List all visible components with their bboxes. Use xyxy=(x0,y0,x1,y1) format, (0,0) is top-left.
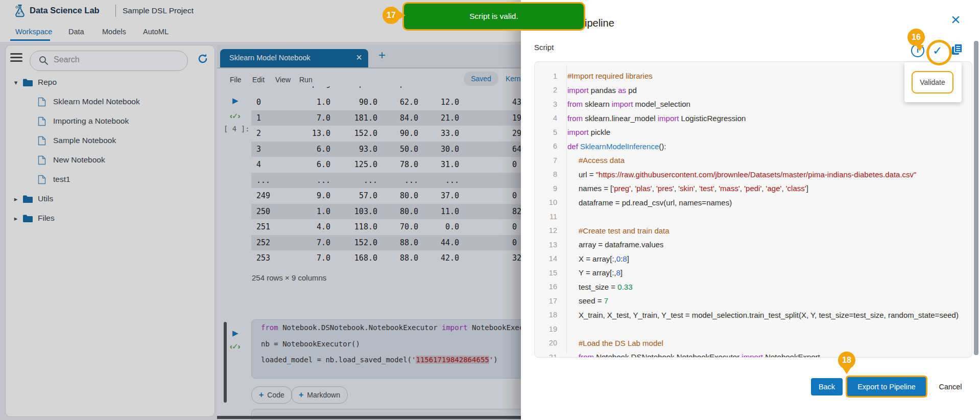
line-number: 1 xyxy=(535,72,557,80)
script-line: 9names = ['preg', 'plas', 'pres', 'skin'… xyxy=(535,181,972,196)
copy-icon[interactable] xyxy=(950,43,964,58)
annotation-badge-17: 17 xyxy=(383,7,400,24)
validate-tooltip: Validate xyxy=(904,62,962,102)
export-to-pipeline-button[interactable]: Export to Pipeline xyxy=(846,376,927,398)
line-number: 19 xyxy=(535,325,557,333)
toast-text: Script is valid. xyxy=(469,12,518,21)
validate-button[interactable]: Validate xyxy=(912,71,953,94)
script-line: 4from sklearn.linear_model import Logist… xyxy=(535,111,972,126)
script-line: 14X = array[:,0:8] xyxy=(535,252,972,266)
script-line: 10dataframe = pd.read_csv(url, names=nam… xyxy=(535,196,972,210)
annotation-badge-18: 18 xyxy=(838,352,855,369)
validation-toast: Script is valid. xyxy=(402,2,585,31)
close-icon[interactable]: × xyxy=(951,11,961,28)
app-window: Data Science Lab Sample DSL Project Work… xyxy=(0,0,980,420)
script-line: 16test_size = 0.33 xyxy=(535,280,972,294)
script-line: 12#Create test and train data xyxy=(535,224,972,238)
line-number: 8 xyxy=(535,170,557,178)
script-line: 5import pickle xyxy=(535,125,972,139)
line-number: 2 xyxy=(535,86,557,94)
script-line: 8url = "https://raw.githubusercontent.co… xyxy=(535,168,972,182)
script-line: 13array = dataframe.values xyxy=(535,238,972,252)
export-to-pipeline-dialog: Export to Pipeline × Script i ✓ 1#Import… xyxy=(521,0,980,420)
line-number: 4 xyxy=(535,114,557,122)
script-line: 17seed = 7 xyxy=(535,294,972,308)
line-number: 14 xyxy=(535,254,557,263)
gutter-divider xyxy=(566,65,567,354)
script-editor[interactable]: 1#Import required libraries2import panda… xyxy=(534,61,972,358)
line-number: 10 xyxy=(535,198,557,206)
script-line: 20#Load the DS Lab model xyxy=(535,336,972,351)
modal-backdrop xyxy=(0,0,521,420)
line-number: 13 xyxy=(535,241,557,249)
cancel-button[interactable]: Cancel xyxy=(933,378,968,395)
line-number: 17 xyxy=(535,297,557,305)
line-number: 3 xyxy=(535,100,557,108)
line-number: 15 xyxy=(535,269,557,277)
script-line: 21from Notebook.DSNotebook.NotebookExecu… xyxy=(535,350,972,358)
annotation-ring-16 xyxy=(926,40,952,65)
line-number: 5 xyxy=(535,128,557,136)
back-button[interactable]: Back xyxy=(811,378,843,395)
dialog-scrollbar[interactable] xyxy=(974,41,978,355)
line-number: 9 xyxy=(535,184,557,193)
script-line: 6def SklearnModelInference(): xyxy=(535,139,972,154)
script-line: 19 xyxy=(535,322,972,336)
line-number: 20 xyxy=(535,339,557,347)
line-number: 16 xyxy=(535,283,557,291)
script-line: 15Y = array[:,8] xyxy=(535,266,972,280)
line-number: 7 xyxy=(535,156,557,165)
script-line: 7#Access data xyxy=(535,153,972,168)
script-label: Script xyxy=(534,43,554,52)
annotation-badge-16: 16 xyxy=(907,29,925,46)
line-number: 11 xyxy=(535,213,557,221)
line-number: 21 xyxy=(535,353,557,358)
line-number: 12 xyxy=(535,226,557,235)
script-line: 18X_train, X_test, Y_train, Y_test = mod… xyxy=(535,308,972,322)
line-number: 6 xyxy=(535,142,557,150)
script-line: 11 xyxy=(535,209,972,224)
line-number: 18 xyxy=(535,311,557,319)
